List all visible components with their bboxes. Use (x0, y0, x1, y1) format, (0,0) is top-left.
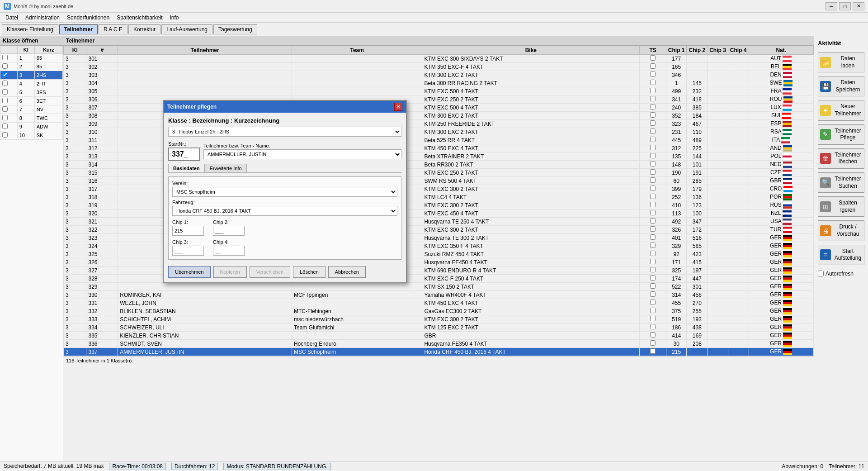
klasse-row[interactable]: 8 TWC (0, 114, 63, 123)
menu-spaltensichtbarkeit[interactable]: Spaltensichtbarkeit (113, 14, 166, 22)
cell-ts[interactable] (640, 177, 666, 185)
table-row[interactable]: 3 304 Beta 300 RR RACING 2 TAKT 1 145 SW… (64, 79, 814, 87)
table-row[interactable]: 3 330 ROMINGER, KAI MCF Ippingen Yamaha … (64, 291, 814, 299)
klasse-cell-checkbox[interactable] (0, 88, 18, 97)
tab-basisdaten[interactable]: Basisdaten (168, 164, 205, 172)
klasse-cell-checkbox[interactable] (0, 97, 18, 105)
cell-ts[interactable] (640, 144, 666, 152)
cell-ts[interactable] (640, 201, 666, 209)
toolbar-lauf-auswertung[interactable]: Lauf-Auswertung (161, 24, 212, 34)
cell-ts[interactable] (640, 120, 666, 128)
teilnehmer-suchen-button[interactable]: 🔍 Teilnehmer Suchen (818, 172, 864, 193)
cell-ts[interactable] (640, 87, 666, 95)
table-row[interactable]: 3 334 SCHWEIZER, ULI Team Glufamichl KTM… (64, 324, 814, 332)
daten-laden-button[interactable]: 📂 Daten laden (818, 52, 864, 72)
table-row[interactable]: 3 303 KTM 300 EXC 2 TAKT 346 DEN (64, 71, 814, 79)
abbrechen-button[interactable]: Abbrechen (328, 266, 366, 278)
cell-ts[interactable] (640, 250, 666, 258)
table-row[interactable]: 3 302 KTM 350 EXC-F 4 TAKT 165 BEL (64, 63, 814, 71)
toolbar-tageswertung[interactable]: Tageswertung (213, 24, 257, 34)
menu-administration[interactable]: Administration (22, 14, 63, 22)
start-aufstellung-button[interactable]: ≡ Start Aufstellung (818, 245, 864, 265)
klasse-row[interactable]: 2 85 (0, 62, 63, 71)
klasse-cell-checkbox[interactable] (0, 123, 18, 131)
klasse-cell-checkbox[interactable] (0, 71, 18, 80)
minimize-button[interactable]: ─ (826, 2, 837, 10)
table-row[interactable]: 3 329 KTM SX 150 2 TAKT 522 301 GER (64, 283, 814, 291)
cell-ts[interactable] (640, 275, 666, 283)
toolbar-korrektur[interactable]: Korrektur (128, 24, 160, 34)
klasse-cell-checkbox[interactable] (0, 80, 18, 88)
cell-ts[interactable] (640, 234, 666, 242)
klasse-cell-checkbox[interactable] (0, 54, 18, 62)
cell-ts[interactable] (640, 218, 666, 226)
cell-ts[interactable] (640, 136, 666, 144)
table-row[interactable]: 3 332 BLIKLEN, SEBASTIAN MTC-Flehingen G… (64, 307, 814, 315)
cell-ts[interactable] (640, 79, 666, 87)
name-dropdown[interactable]: AMMERMÜLLER, JUSTIN (203, 149, 401, 159)
klasse-cell-checkbox[interactable] (0, 131, 18, 140)
cell-ts[interactable] (640, 242, 666, 250)
klasse-cell-checkbox[interactable] (0, 114, 18, 123)
cell-ts[interactable] (640, 226, 666, 234)
table-row[interactable]: 3 305 KTM EXC 500 4 TAKT 499 232 FRA (64, 87, 814, 95)
toolbar-teilnehmer[interactable]: Teilnehmer (59, 24, 98, 34)
chip4-input[interactable] (213, 246, 245, 256)
verein-dropdown[interactable]: MSC Schopfheim (172, 187, 397, 197)
cell-ts[interactable] (640, 209, 666, 218)
table-row[interactable]: 3 301 KTM EXC 300 SIXDAYS 2 TAKT 177 AUT (64, 55, 814, 63)
close-button[interactable]: ✕ (853, 2, 864, 10)
chip3-input[interactable] (172, 246, 204, 256)
klasse-row[interactable]: 4 2HT (0, 80, 63, 88)
cell-ts[interactable] (640, 161, 666, 169)
chip1-input[interactable] (172, 226, 204, 236)
cell-ts[interactable] (640, 55, 666, 63)
menu-info[interactable]: Info (166, 14, 183, 22)
klasse-row[interactable]: 5 3ES (0, 88, 63, 97)
cell-ts[interactable] (640, 71, 666, 79)
uebernehmen-button[interactable]: Übernehmen (168, 266, 211, 278)
klasse-row[interactable]: 3 2HS (0, 71, 63, 80)
table-row[interactable]: 3 336 SCHMIDT, SVEN Hochberg Enduro Husq… (64, 340, 814, 348)
maximize-button[interactable]: □ (839, 2, 851, 10)
cell-ts[interactable] (640, 307, 666, 315)
cell-ts[interactable] (640, 348, 666, 356)
menu-sonderfunktionen[interactable]: Sonderfunktionen (63, 14, 113, 22)
verschieben-button[interactable]: Verschieben (250, 266, 291, 278)
cell-ts[interactable] (640, 128, 666, 136)
chip2-input[interactable] (213, 226, 245, 236)
spalten-lgeren-button[interactable]: ⊞ Spalten lgeren (818, 196, 864, 217)
klasse-row[interactable]: 9 ADW (0, 123, 63, 131)
cell-ts[interactable] (640, 315, 666, 324)
klasse-row[interactable]: 7 NV (0, 105, 63, 114)
klasse-dropdown[interactable]: 3 : Hobby Einzel 2h : 2HS (168, 127, 401, 137)
cell-ts[interactable] (640, 193, 666, 201)
cell-ts[interactable] (640, 95, 666, 104)
autorefresh-checkbox[interactable] (818, 271, 824, 276)
main-table-wrapper[interactable]: Kl # Teilnehmer Team Bike TS Chip 1 Chip… (63, 46, 814, 461)
toolbar-klassen-einteilung[interactable]: Klassen- Einteilung (2, 24, 58, 34)
menu-datei[interactable]: Datei (2, 14, 22, 22)
cell-ts[interactable] (640, 299, 666, 307)
table-row[interactable]: 3 335 KIENZLER, CHRISTIAN GBR 414 169 GE… (64, 332, 814, 340)
cell-ts[interactable] (640, 152, 666, 161)
cell-ts[interactable] (640, 104, 666, 112)
cell-ts[interactable] (640, 112, 666, 120)
klasse-cell-checkbox[interactable] (0, 105, 18, 114)
cell-ts[interactable] (640, 258, 666, 266)
tab-erweiterte-info[interactable]: Erweiterte Info (205, 164, 247, 172)
cell-ts[interactable] (640, 324, 666, 332)
klasse-row[interactable]: 10 SK (0, 131, 63, 140)
loeschen-button[interactable]: Löschen (293, 266, 326, 278)
klasse-row[interactable]: 6 3ET (0, 97, 63, 105)
cell-ts[interactable] (640, 340, 666, 348)
cell-ts[interactable] (640, 332, 666, 340)
toolbar-race[interactable]: R A C E (99, 24, 127, 34)
cell-ts[interactable] (640, 185, 666, 193)
cell-ts[interactable] (640, 291, 666, 299)
dialog-close-button[interactable]: ✕ (394, 103, 402, 111)
startnr-input[interactable] (168, 147, 200, 161)
neuer-teilnehmer-button[interactable]: ✦ Neuer Teilnehmer (818, 100, 864, 120)
cell-ts[interactable] (640, 169, 666, 177)
kopieren-button[interactable]: Kopieren (213, 266, 247, 278)
